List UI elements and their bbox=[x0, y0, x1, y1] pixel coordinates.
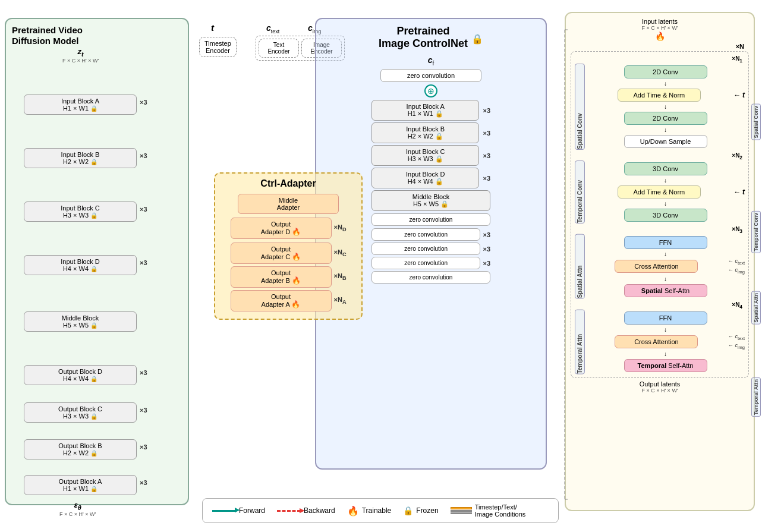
cn-middle-block: Middle BlockH5 × W5 🔒 bbox=[371, 190, 490, 211]
left-output-block-c: Output Block CH3 × W3 🔒 bbox=[24, 402, 137, 423]
cn-input-block-c: Input Block CH3 × W3 🔒 bbox=[371, 145, 479, 166]
legend: ▶ Forward ▶ Backward 🔥 Trainable 🔒 Froze… bbox=[202, 498, 559, 523]
n2-label: ×N2 bbox=[575, 152, 745, 160]
cn-zc2: zero convolution ×3 bbox=[371, 228, 490, 241]
legend-backward: ▶ Backward bbox=[277, 506, 335, 515]
dp-addtimenorm-2-row: Add Time & Norm ← t bbox=[586, 184, 745, 200]
dp-3dconv-1: 3D Conv bbox=[624, 162, 707, 175]
cn-input-block-b: Input Block BH2 × W2 🔒 bbox=[371, 122, 479, 143]
cn-zero-conv-3: zero convolution bbox=[371, 243, 480, 255]
left-input-c-times: ×3 bbox=[140, 206, 147, 213]
left-middle-block: Middle BlockH5 × W5 🔒 bbox=[24, 311, 137, 332]
left-input-block-a: Input Block AH1 × W1 🔒 bbox=[24, 95, 137, 115]
text-encoder: TextEncoder bbox=[259, 39, 299, 58]
spatial-attn-bracket: Spatial Attn bbox=[751, 291, 761, 325]
output-adapter-b-row: OutputAdapter B 🔥 ×NB bbox=[231, 266, 347, 288]
dp-addtimenorm-1-row: Add Time & Norm ← t bbox=[586, 87, 745, 103]
legend-forward: ▶ Forward bbox=[212, 506, 265, 515]
dp-temporal-self-attn: Temporal Self-Attn bbox=[624, 359, 707, 372]
temporal-attn-bracket: Temporal Attn bbox=[751, 377, 761, 417]
n3-label: ×N3 bbox=[575, 226, 745, 234]
dp-arrow-2: ↓ bbox=[586, 103, 745, 110]
left-input-a-times: ×3 bbox=[140, 99, 147, 106]
dp-cross-attn-2: Cross Attention bbox=[615, 335, 698, 348]
spatial-conv-bracket: Spatial Conv bbox=[751, 104, 761, 140]
spatial-conv-section: Spatial Conv 2D Conv ↓ Add Time & Norm ←… bbox=[575, 64, 745, 150]
cn-input-d-row: Input Block DH4 × W4 🔒 ×3 bbox=[371, 168, 490, 188]
legend-conditions: Timestep/Text/ Image Conditions bbox=[451, 503, 526, 518]
cn-zero-conv-2: zero convolution bbox=[371, 228, 480, 241]
dp-arrow-1: ↓ bbox=[586, 80, 745, 87]
left-output-block-d: Output Block DH4 × W4 🔒 bbox=[24, 365, 137, 385]
dp-cross-attn-1: Cross Attention bbox=[615, 260, 698, 273]
left-input-block-d: Input Block DH4 × W4 🔒 bbox=[24, 255, 137, 275]
left-panel-title: Pretrained Video Diffusion Model bbox=[12, 25, 182, 46]
left-input-b-times: ×3 bbox=[140, 152, 147, 159]
cn-input-b-row: Input Block BH2 × W2 🔒 ×3 bbox=[371, 122, 490, 143]
left-output-b-times: ×3 bbox=[140, 443, 147, 451]
output-adapter-b: OutputAdapter B 🔥 bbox=[231, 266, 332, 288]
main-container: Pretrained Video Diffusion Model zt F × … bbox=[0, 0, 762, 532]
dp-updown: Up/Down Sample bbox=[624, 135, 707, 148]
output-adapter-a: OutputAdapter A 🔥 bbox=[231, 290, 332, 311]
temporal-conv-section: Temporal Conv 3D Conv ↓ Add Time & Norm … bbox=[575, 160, 745, 223]
temporal-attn-label: Temporal Attn bbox=[575, 310, 585, 374]
t-label-top: t bbox=[211, 23, 214, 33]
cn-input-block-d: Input Block DH4 × W4 🔒 bbox=[371, 168, 479, 188]
temporal-attn-section: Temporal Attn FFN ↓ Cross Attention ← ct… bbox=[575, 310, 745, 374]
xN-label: ×N bbox=[571, 43, 749, 50]
output-adapter-a-row: OutputAdapter A 🔥 ×NA bbox=[231, 290, 347, 311]
dp-2dconv-1: 2D Conv bbox=[624, 65, 707, 78]
cn-input-block-a: Input Block AH1 × W1 🔒 bbox=[371, 100, 479, 121]
cn-middle-row: Middle BlockH5 × W5 🔒 bbox=[371, 190, 490, 211]
dp-addtimenorm-2: Add Time & Norm bbox=[618, 185, 701, 199]
cn-input-a-row: Input Block AH1 × W1 🔒 ×3 bbox=[371, 100, 490, 121]
left-output-block-a: Output Block AH1 × W1 🔒 bbox=[24, 475, 137, 495]
temporal-conv-bracket: Temporal Conv bbox=[751, 211, 761, 253]
cn-zero-conv-4: zero convolution bbox=[371, 257, 480, 269]
n4-label: ×N4 bbox=[575, 301, 745, 310]
dp-3dconv-2: 3D Conv bbox=[624, 209, 707, 222]
spatial-attn-section: Spatial Attn FFN ↓ Cross Attention ← cte… bbox=[575, 234, 745, 299]
output-adapter-c: OutputAdapter C 🔥 bbox=[231, 243, 332, 264]
spatial-attn-label: Spatial Attn bbox=[575, 234, 585, 299]
dp-addtimenorm-1: Add Time & Norm bbox=[618, 89, 701, 102]
dp-cross-attn-1-row: Cross Attention ← ctext← cimg bbox=[586, 257, 745, 276]
output-adapter-d: OutputAdapter D 🔥 bbox=[231, 218, 332, 239]
detail-panel: Input latents F × C × H' × W' 🔥 ×N ×N1 S… bbox=[565, 12, 755, 511]
cn-zc4: zero convolution ×3 bbox=[371, 257, 490, 269]
timestep-encoder: TimestepEncoder bbox=[199, 37, 237, 57]
dp-2dconv-2: 2D Conv bbox=[624, 112, 707, 125]
dp-ffn-2: FFN bbox=[624, 311, 707, 325]
cn-zero-conv-top: zero convolution bbox=[380, 69, 481, 82]
left-output-d-times: ×3 bbox=[140, 369, 147, 376]
plus-circle: ⊕ bbox=[424, 84, 437, 97]
cf-label: cf bbox=[322, 55, 540, 67]
cn-zc5: zero convolution bbox=[371, 271, 490, 284]
left-output-block-b: Output Block BH2 × W2 🔒 bbox=[24, 439, 137, 459]
output-adapter-d-row: OutputAdapter D 🔥 ×ND bbox=[231, 218, 347, 239]
middle-adapter: MiddleAdapter bbox=[238, 194, 339, 214]
zt-label: zt F × C × H' × W' bbox=[62, 47, 99, 64]
left-input-block-c: Input Block CH3 × W3 🔒 bbox=[24, 202, 137, 222]
cn-input-c-row: Input Block CH3 × W3 🔒 ×3 bbox=[371, 145, 490, 166]
dp-cross-attn-2-row: Cross Attention ← ctext← cimg bbox=[586, 333, 745, 351]
cn-zero-conv-1: zero convolution bbox=[371, 213, 490, 226]
cn-zero-conv-5: zero convolution bbox=[371, 271, 490, 284]
cn-zc1: zero convolution bbox=[371, 213, 490, 226]
controlnet-header: PretrainedImage ControlNet 🔒 bbox=[322, 25, 540, 52]
dp-ffn-1: FFN bbox=[624, 236, 707, 249]
dp-spatial-self-attn: Spatial Self-Attn bbox=[624, 284, 707, 297]
left-input-d-times: ×3 bbox=[140, 259, 147, 266]
spatial-conv-label: Spatial Conv bbox=[575, 64, 585, 150]
input-latents-label: Input latents F × C × H' × W' 🔥 bbox=[571, 18, 749, 42]
n1-label: ×N1 bbox=[575, 55, 745, 64]
left-panel: Pretrained Video Diffusion Model zt F × … bbox=[5, 18, 189, 505]
legend-frozen: 🔒 Frozen bbox=[403, 506, 438, 515]
dp-arrow-3: ↓ bbox=[586, 127, 745, 133]
ctrl-adapter-panel: Ctrl-Adapter MiddleAdapter OutputAdapter… bbox=[214, 172, 363, 320]
left-input-block-b: Input Block BH2 × W2 🔒 bbox=[24, 148, 137, 168]
epsilon-label: εθ F × C × H' × W' bbox=[59, 500, 96, 517]
left-output-c-times: ×3 bbox=[140, 407, 147, 414]
controlnet-title: PretrainedImage ControlNet bbox=[379, 25, 468, 50]
